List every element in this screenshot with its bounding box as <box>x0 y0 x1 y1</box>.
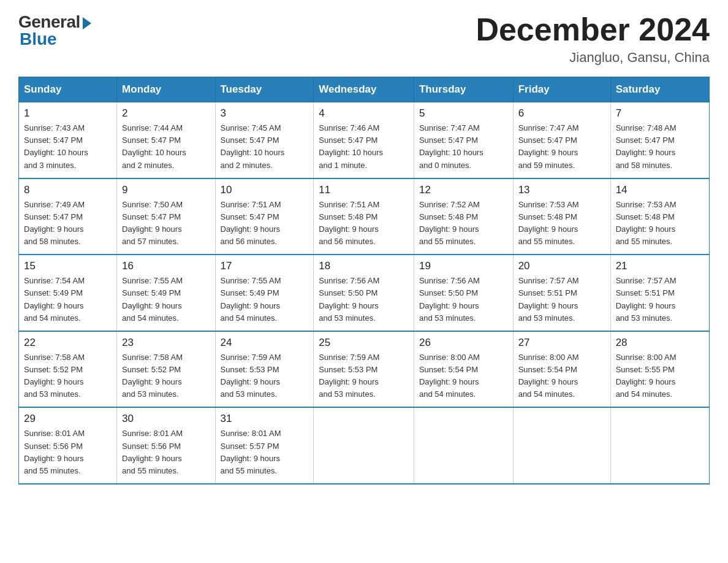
day-number: 4 <box>319 107 409 120</box>
calendar-cell: 6Sunrise: 7:47 AMSunset: 5:47 PMDaylight… <box>513 102 610 178</box>
day-info: Sunrise: 7:49 AMSunset: 5:47 PMDaylight:… <box>24 199 112 248</box>
calendar-body: 1Sunrise: 7:43 AMSunset: 5:47 PMDaylight… <box>19 102 710 484</box>
calendar-cell: 9Sunrise: 7:50 AMSunset: 5:47 PMDaylight… <box>117 178 215 255</box>
calendar-cell: 23Sunrise: 7:58 AMSunset: 5:52 PMDayligh… <box>117 331 215 408</box>
calendar-cell: 24Sunrise: 7:59 AMSunset: 5:53 PMDayligh… <box>215 331 314 408</box>
day-info: Sunrise: 7:56 AMSunset: 5:50 PMDaylight:… <box>319 275 409 324</box>
day-info: Sunrise: 7:56 AMSunset: 5:50 PMDaylight:… <box>419 275 508 324</box>
day-info: Sunrise: 7:50 AMSunset: 5:47 PMDaylight:… <box>122 199 210 248</box>
day-number: 3 <box>221 107 309 120</box>
page-header: General Blue December 2024 Jiangluo, Gan… <box>18 12 710 66</box>
calendar-cell: 10Sunrise: 7:51 AMSunset: 5:47 PMDayligh… <box>215 178 314 255</box>
day-info: Sunrise: 8:00 AMSunset: 5:54 PMDaylight:… <box>518 351 605 401</box>
day-number: 12 <box>419 184 508 196</box>
calendar-cell: 15Sunrise: 7:54 AMSunset: 5:49 PMDayligh… <box>19 255 117 331</box>
day-number: 8 <box>24 184 112 196</box>
day-info: Sunrise: 7:53 AMSunset: 5:48 PMDaylight:… <box>518 199 605 248</box>
calendar-cell: 29Sunrise: 8:01 AMSunset: 5:56 PMDayligh… <box>19 407 117 484</box>
calendar-cell: 5Sunrise: 7:47 AMSunset: 5:47 PMDaylight… <box>414 102 513 178</box>
day-info: Sunrise: 7:55 AMSunset: 5:49 PMDaylight:… <box>122 275 210 324</box>
weekday-header-friday: Friday <box>513 77 610 102</box>
day-number: 29 <box>24 413 112 425</box>
calendar-cell: 25Sunrise: 7:59 AMSunset: 5:53 PMDayligh… <box>314 331 414 408</box>
calendar-cell: 11Sunrise: 7:51 AMSunset: 5:48 PMDayligh… <box>314 178 414 255</box>
day-info: Sunrise: 7:52 AMSunset: 5:48 PMDaylight:… <box>419 199 508 248</box>
calendar-cell: 4Sunrise: 7:46 AMSunset: 5:47 PMDaylight… <box>314 102 414 178</box>
day-info: Sunrise: 7:46 AMSunset: 5:47 PMDaylight:… <box>319 122 409 172</box>
day-number: 11 <box>319 184 409 196</box>
calendar-cell: 21Sunrise: 7:57 AMSunset: 5:51 PMDayligh… <box>610 255 709 331</box>
logo: General Blue <box>18 12 91 49</box>
month-title: December 2024 <box>476 12 710 47</box>
day-number: 24 <box>221 337 309 349</box>
weekday-header-wednesday: Wednesday <box>314 77 414 102</box>
day-number: 1 <box>24 107 112 120</box>
day-info: Sunrise: 7:47 AMSunset: 5:47 PMDaylight:… <box>419 122 508 172</box>
day-number: 19 <box>419 260 508 272</box>
day-number: 10 <box>221 184 309 196</box>
title-block: December 2024 Jiangluo, Gansu, China <box>476 12 710 66</box>
day-info: Sunrise: 7:54 AMSunset: 5:49 PMDaylight:… <box>24 275 112 324</box>
day-number: 20 <box>518 260 605 272</box>
day-info: Sunrise: 7:57 AMSunset: 5:51 PMDaylight:… <box>616 275 704 324</box>
day-number: 31 <box>221 413 309 425</box>
calendar-cell: 27Sunrise: 8:00 AMSunset: 5:54 PMDayligh… <box>513 331 610 408</box>
day-number: 27 <box>518 337 605 349</box>
day-number: 15 <box>24 260 112 272</box>
day-number: 13 <box>518 184 605 196</box>
calendar-cell: 28Sunrise: 8:00 AMSunset: 5:55 PMDayligh… <box>610 331 709 408</box>
calendar-cell: 14Sunrise: 7:53 AMSunset: 5:48 PMDayligh… <box>610 178 709 255</box>
day-info: Sunrise: 8:01 AMSunset: 5:56 PMDaylight:… <box>122 427 210 477</box>
calendar-week-row: 1Sunrise: 7:43 AMSunset: 5:47 PMDaylight… <box>19 102 710 178</box>
day-number: 22 <box>24 337 112 349</box>
day-info: Sunrise: 7:43 AMSunset: 5:47 PMDaylight:… <box>24 122 112 172</box>
calendar-week-row: 15Sunrise: 7:54 AMSunset: 5:49 PMDayligh… <box>19 255 710 331</box>
day-number: 9 <box>122 184 210 196</box>
day-number: 26 <box>419 337 508 349</box>
weekday-header-thursday: Thursday <box>414 77 513 102</box>
logo-blue-text: Blue <box>20 29 57 49</box>
day-number: 21 <box>616 260 704 272</box>
day-info: Sunrise: 7:59 AMSunset: 5:53 PMDaylight:… <box>319 351 409 401</box>
calendar-week-row: 22Sunrise: 7:58 AMSunset: 5:52 PMDayligh… <box>19 331 710 408</box>
day-info: Sunrise: 7:48 AMSunset: 5:47 PMDaylight:… <box>616 122 704 172</box>
day-number: 5 <box>419 107 508 120</box>
day-number: 30 <box>122 413 210 425</box>
day-number: 2 <box>122 107 210 120</box>
day-info: Sunrise: 8:01 AMSunset: 5:56 PMDaylight:… <box>24 427 112 477</box>
day-info: Sunrise: 7:51 AMSunset: 5:47 PMDaylight:… <box>221 199 309 248</box>
day-number: 7 <box>616 107 704 120</box>
calendar-cell: 31Sunrise: 8:01 AMSunset: 5:57 PMDayligh… <box>215 407 314 484</box>
weekday-header-sunday: Sunday <box>19 77 117 102</box>
calendar-cell: 30Sunrise: 8:01 AMSunset: 5:56 PMDayligh… <box>117 407 215 484</box>
day-info: Sunrise: 7:58 AMSunset: 5:52 PMDaylight:… <box>24 351 112 401</box>
day-info: Sunrise: 7:51 AMSunset: 5:48 PMDaylight:… <box>319 199 409 248</box>
calendar-week-row: 8Sunrise: 7:49 AMSunset: 5:47 PMDaylight… <box>19 178 710 255</box>
calendar-cell <box>610 407 709 484</box>
calendar-header: SundayMondayTuesdayWednesdayThursdayFrid… <box>19 77 710 102</box>
day-number: 16 <box>122 260 210 272</box>
day-number: 28 <box>616 337 704 349</box>
calendar-cell: 19Sunrise: 7:56 AMSunset: 5:50 PMDayligh… <box>414 255 513 331</box>
day-info: Sunrise: 8:01 AMSunset: 5:57 PMDaylight:… <box>221 427 309 477</box>
calendar-cell: 8Sunrise: 7:49 AMSunset: 5:47 PMDaylight… <box>19 178 117 255</box>
calendar-cell: 17Sunrise: 7:55 AMSunset: 5:49 PMDayligh… <box>215 255 314 331</box>
calendar-cell: 18Sunrise: 7:56 AMSunset: 5:50 PMDayligh… <box>314 255 414 331</box>
day-info: Sunrise: 7:45 AMSunset: 5:47 PMDaylight:… <box>221 122 309 172</box>
calendar-table: SundayMondayTuesdayWednesdayThursdayFrid… <box>18 77 710 484</box>
calendar-cell <box>513 407 610 484</box>
day-number: 14 <box>616 184 704 196</box>
calendar-cell: 13Sunrise: 7:53 AMSunset: 5:48 PMDayligh… <box>513 178 610 255</box>
calendar-cell: 26Sunrise: 8:00 AMSunset: 5:54 PMDayligh… <box>414 331 513 408</box>
calendar-cell: 2Sunrise: 7:44 AMSunset: 5:47 PMDaylight… <box>117 102 215 178</box>
day-info: Sunrise: 7:53 AMSunset: 5:48 PMDaylight:… <box>616 199 704 248</box>
calendar-cell <box>414 407 513 484</box>
weekday-header-monday: Monday <box>117 77 215 102</box>
day-info: Sunrise: 7:55 AMSunset: 5:49 PMDaylight:… <box>221 275 309 324</box>
weekday-header-saturday: Saturday <box>610 77 709 102</box>
weekday-header-row: SundayMondayTuesdayWednesdayThursdayFrid… <box>19 77 710 102</box>
day-info: Sunrise: 7:59 AMSunset: 5:53 PMDaylight:… <box>221 351 309 401</box>
calendar-cell: 22Sunrise: 7:58 AMSunset: 5:52 PMDayligh… <box>19 331 117 408</box>
day-info: Sunrise: 8:00 AMSunset: 5:54 PMDaylight:… <box>419 351 508 401</box>
weekday-header-tuesday: Tuesday <box>215 77 314 102</box>
